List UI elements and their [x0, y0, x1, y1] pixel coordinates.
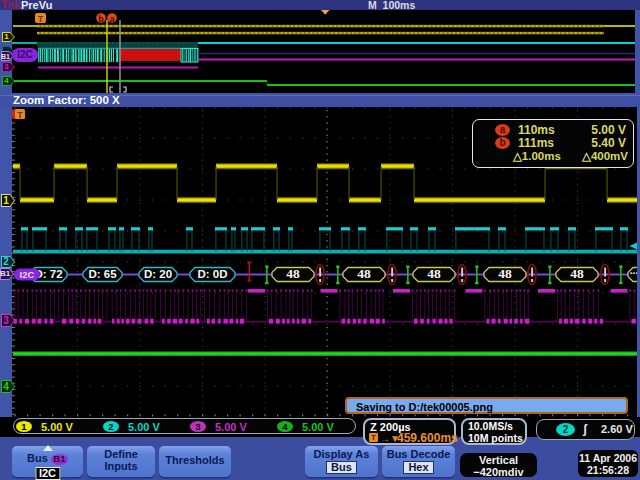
- svg-text:I2C: I2C: [20, 269, 35, 280]
- svg-text:T: T: [38, 14, 44, 24]
- svg-text:48: 48: [357, 266, 371, 281]
- svg-text:48: 48: [570, 266, 584, 281]
- svg-text:b: b: [98, 14, 104, 24]
- svg-text:...: ...: [630, 265, 637, 276]
- svg-text:T: T: [17, 110, 23, 120]
- svg-text:D: 0D: D: 0D: [197, 268, 227, 280]
- svg-text:48: 48: [427, 266, 441, 281]
- svg-text:D: 20: D: 20: [144, 268, 172, 280]
- svg-text:48: 48: [286, 266, 300, 281]
- svg-text:48: 48: [498, 266, 512, 281]
- svg-text:D: 65: D: 65: [88, 268, 117, 280]
